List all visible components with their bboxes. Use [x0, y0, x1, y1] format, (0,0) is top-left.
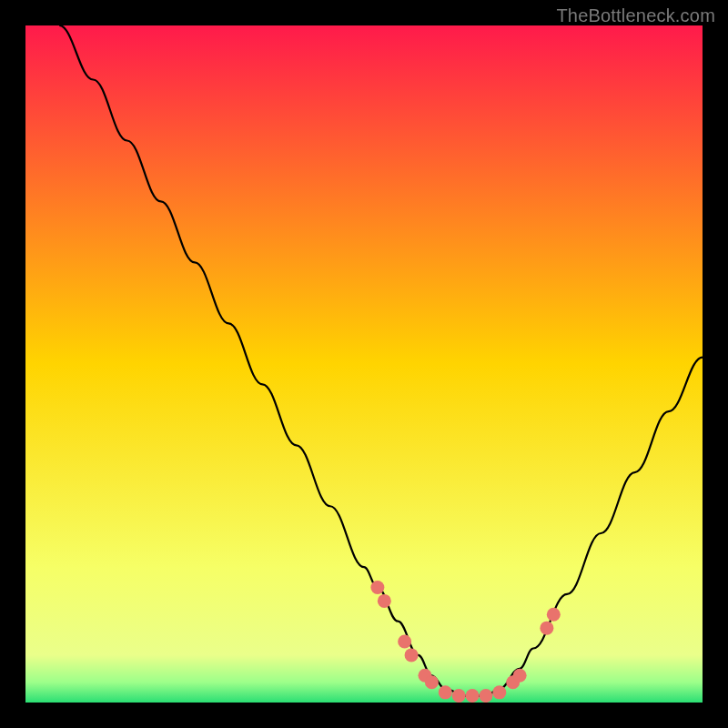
highlight-dot — [492, 685, 506, 699]
highlight-dot — [439, 685, 452, 699]
watermark-text: TheBottleneck.com — [556, 5, 715, 26]
highlight-dot — [479, 689, 492, 703]
highlight-dot — [405, 648, 419, 662]
highlight-dot — [425, 675, 439, 689]
highlight-dot — [378, 594, 391, 608]
bottleneck-chart — [25, 25, 703, 703]
highlight-dot — [466, 689, 480, 703]
gradient-background — [25, 25, 703, 703]
highlight-dot — [540, 622, 553, 635]
highlight-dot — [513, 669, 527, 682]
highlight-dot — [547, 608, 561, 622]
highlight-dot — [452, 689, 466, 703]
highlight-dot — [370, 581, 384, 594]
chart-frame — [25, 25, 703, 703]
highlight-dot — [398, 635, 411, 649]
